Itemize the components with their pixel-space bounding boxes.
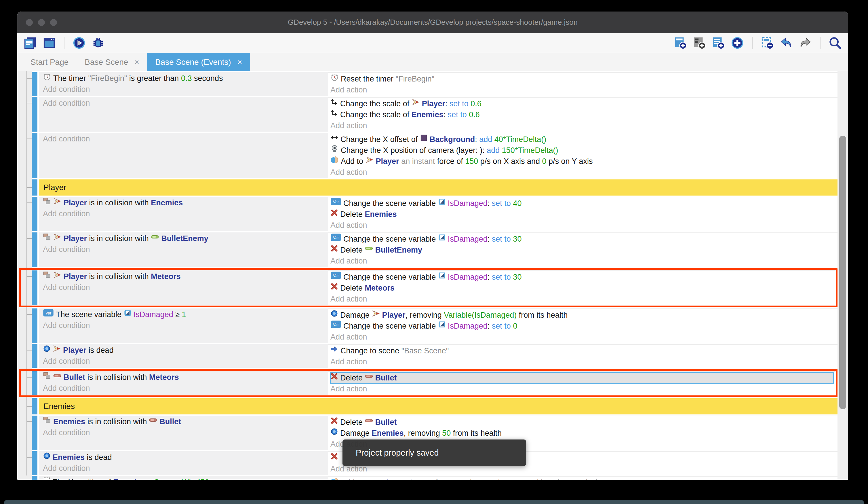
conditions-cell[interactable]: Add condition [39,97,328,132]
scrollbar-thumb[interactable] [839,135,846,409]
condition-line[interactable]: Enemies is in collision with Bullet [43,416,328,427]
event-drag-handle[interactable] [32,97,38,132]
add-condition-button[interactable]: Add condition [43,98,328,109]
action-line[interactable]: Change the X offset of Background: add 4… [330,134,837,145]
add-condition-button[interactable]: Add condition [43,282,328,293]
action-line[interactable]: VarChange the scene variable IsDamaged: … [330,198,837,209]
actions-cell[interactable]: Change the X offset of Background: add 4… [328,133,837,178]
add-action-button[interactable]: Add action [330,120,837,131]
actions-cell[interactable]: Reset the timer "FireBegin"Add action [328,72,837,96]
event-drag-handle[interactable] [32,309,38,343]
redo-icon[interactable] [799,36,812,50]
actions-cell[interactable]: Add to Enemies an instant force, angle: … [328,476,837,480]
add-action-button[interactable]: Add action [330,255,837,266]
event-drag-handle[interactable] [32,344,38,368]
project-manager-icon[interactable] [24,36,37,50]
add-comment-icon[interactable] [712,36,725,50]
add-condition-button[interactable]: Add condition [43,356,328,367]
add-condition-button[interactable]: Add condition [43,84,328,95]
condition-line[interactable]: Player is in collision with Meteors [43,271,328,282]
actions-cell[interactable]: Delete BulletAdd action [328,371,836,395]
add-condition-button[interactable]: Add condition [43,383,328,394]
tab-start-page[interactable]: Start Page [22,53,76,71]
conditions-cell[interactable]: Player is deadAdd condition [39,344,328,368]
condition-line[interactable]: The X position of Enemies ≤ CameraX()+45… [43,477,328,480]
action-line[interactable]: VarChange the scene variable IsDamaged: … [330,321,837,332]
close-tab-icon[interactable]: × [134,58,139,67]
vertical-scrollbar[interactable] [837,71,848,480]
remove-event-icon[interactable] [761,36,774,50]
add-condition-button[interactable]: Add condition [43,244,328,255]
tab-base-scene[interactable]: Base Scene× [76,53,147,71]
action-line[interactable]: Add to Enemies an instant force, angle: … [330,477,837,480]
actions-cell[interactable]: Damage Player, removing Variable(IsDamag… [328,309,837,343]
event-drag-handle[interactable] [32,197,38,231]
event-drag-handle[interactable] [32,270,38,305]
action-line[interactable]: Change to scene "Base Scene" [330,345,837,356]
event-drag-handle[interactable] [32,179,38,195]
action-line[interactable]: Add to Player an instant force of 150 p/… [330,156,837,167]
action-line[interactable]: VarChange the scene variable IsDamaged: … [330,272,836,283]
condition-line[interactable]: Player is dead [43,345,328,356]
conditions-cell[interactable]: Add condition [39,133,328,178]
conditions-cell[interactable]: Player is in collision with MeteorsAdd c… [39,270,328,305]
action-line[interactable]: Delete Bullet [330,417,837,428]
conditions-cell[interactable]: Bullet is in collision with MeteorsAdd c… [39,371,328,395]
action-line[interactable]: Damage Player, removing Variable(IsDamag… [330,310,837,321]
conditions-cell[interactable]: Enemies is deadAdd condition [39,451,328,475]
condition-line[interactable]: Player is in collision with BulletEnemy [43,233,328,244]
condition-line[interactable]: Bullet is in collision with Meteors [43,372,328,383]
actions-cell[interactable]: VarChange the scene variable IsDamaged: … [328,197,837,231]
event-drag-handle[interactable] [32,398,38,414]
actions-cell[interactable]: VarChange the scene variable IsDamaged: … [328,232,837,267]
action-line[interactable]: Delete Bullet [330,372,834,383]
conditions-cell[interactable]: The X position of Enemies ≤ CameraX()+45… [39,476,328,480]
add-action-button[interactable]: Add action [330,84,837,95]
action-line[interactable]: Delete BulletEnemy [330,244,837,255]
add-condition-button[interactable]: Add condition [43,320,328,331]
search-icon[interactable] [829,36,842,50]
add-action-button[interactable]: Add action [330,293,836,304]
add-action-button[interactable]: Add action [330,332,837,342]
close-window-button[interactable] [26,19,33,26]
add-event-icon[interactable] [674,36,687,50]
conditions-cell[interactable]: Player is in collision with BulletEnemyA… [39,232,328,267]
action-line[interactable]: Delete Meteors [330,283,836,293]
event-drag-handle[interactable] [32,72,38,96]
add-something-icon[interactable] [731,36,744,50]
event-drag-handle[interactable] [32,416,38,450]
group-header-player[interactable]: Player [39,179,837,195]
add-action-button[interactable]: Add action [330,356,837,367]
event-drag-handle[interactable] [32,476,38,480]
add-condition-button[interactable]: Add condition [43,208,328,219]
conditions-cell[interactable]: Enemies is in collision with BulletAdd c… [39,416,328,450]
add-subevent-icon[interactable] [693,36,706,50]
action-line[interactable]: Change the scale of Enemies: set to 0.6 [330,109,837,120]
close-tab-icon[interactable]: × [237,58,242,67]
add-condition-button[interactable]: Add condition [43,133,328,144]
zoom-window-button[interactable] [50,19,57,26]
tab-base-scene-events-[interactable]: Base Scene (Events)× [147,53,250,71]
event-drag-handle[interactable] [32,133,38,178]
condition-line[interactable]: Player is in collision with Enemies [43,197,328,208]
undo-icon[interactable] [779,36,793,50]
action-line[interactable]: Delete Enemies [330,209,837,220]
scene-editor-icon[interactable] [43,36,56,50]
condition-line[interactable]: VarThe scene variable IsDamaged ≥ 1 [43,309,328,320]
event-drag-handle[interactable] [32,371,38,395]
add-action-button[interactable]: Add action [330,167,837,178]
add-action-button[interactable]: Add action [330,220,837,231]
conditions-cell[interactable]: The timer "FireBegin" is greater than 0.… [39,72,328,96]
group-header-enemies[interactable]: Enemies [39,398,837,414]
conditions-cell[interactable]: Player is in collision with EnemiesAdd c… [39,197,328,231]
actions-cell[interactable]: VarChange the scene variable IsDamaged: … [328,270,836,305]
condition-line[interactable]: Enemies is dead [43,452,328,463]
play-icon[interactable] [73,36,86,50]
debug-icon[interactable] [92,36,105,50]
action-line[interactable]: Change the scale of Player: set to 0.6 [330,98,837,109]
action-line[interactable]: VarChange the scene variable IsDamaged: … [330,234,837,244]
actions-cell[interactable]: Change the scale of Player: set to 0.6Ch… [328,97,837,132]
condition-line[interactable]: The timer "FireBegin" is greater than 0.… [43,73,328,84]
action-line[interactable]: Damage Enemies, removing 50 from its hea… [330,428,837,439]
minimize-window-button[interactable] [38,19,45,26]
